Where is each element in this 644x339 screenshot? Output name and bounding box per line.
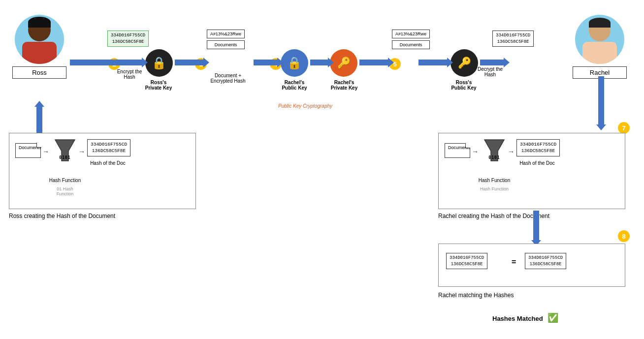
step-7-circle: 7 [618,122,630,134]
ross-private-key-icon: 🔒 [145,49,173,77]
rachel-hash-section: Documents → 0101 Hash Function → 334D016… [438,133,625,209]
rachel-doc-arrow: → [472,148,479,155]
ross-hash-result: 334D016F755CD 136DC58C5F8E [87,139,130,156]
doc-encrypted-hash-area: A#13%&23Rwe Documents [207,30,245,49]
ross-doc-box: Documents [15,143,41,158]
diagram: Ross 1 Documents → 0101 [0,0,644,339]
decrypt-hash-label: Decrypt the Hash [472,66,509,77]
rachel-name-label: Rachel [590,69,610,76]
rachel-hash-func-text: Hash Function [477,186,512,191]
rachel-private-key-label: Rachel's Private Key [322,80,366,91]
matching-section: 334D016F755CD 136DC58C5F8E = 334D016F755… [438,244,625,287]
ross-public-key-label: Ross's Public Key [443,80,484,91]
match-hash-2: 334D016F755CD 136DC58C5F8E [525,253,566,269]
arrow-doc-to-pubkey [254,60,278,65]
rachel-private-key-icon: 🔑 [330,49,357,77]
arrow-pubkey-to-privkey [310,60,329,65]
rachel-hash-of-doc-label: Hash of the Doc [515,160,559,166]
rachel-hash-func-label: Hash Function [477,178,512,183]
ross-funnel-arrow: → [78,148,85,155]
arrow-privkey-to-doc2 [359,60,389,65]
rachel-matching-label: Rachel matching the Hashes [438,292,514,299]
rachel-funnel-arrow: → [508,148,515,155]
arrow-doc2-to-rosspubkey [419,60,448,65]
svg-rect-1 [58,162,72,163]
hashes-matched-label: Hashes Matched ✅ [492,312,558,323]
rachel-hash-func-icon: 0101 [482,137,507,160]
decrypted-hash-result: 334D016F755CD 136DC58C5F8E [492,31,534,47]
ross-name-label: Ross [32,69,47,76]
rachel-doc-box: Documents [445,143,470,158]
rachel-avatar [575,15,624,64]
doc-encrypted-hash-label: Document + Encrypted Hash [206,73,250,84]
rachel-public-key-label: Rachel's Public Key [275,80,314,91]
rachel-down-arrow [598,76,604,125]
ross-hash-of-doc-label: Hash of the Doc [86,160,130,166]
ross-name-box: Ross [12,66,66,79]
ross-hash-section: Documents → 0101 Hash Function → [9,133,196,209]
rachel-public-key-icon: 🔒 [281,49,308,77]
ross-private-key-label: Ross's Private Key [139,80,178,91]
arrow-lock-to-doc [175,60,204,65]
match-hash-1: 334D016F755CD 136DC58C5F8E [446,253,487,269]
ross-encrypted-box: 334D016F755CD 136DC58C5F8E [107,31,149,47]
ross-creating-label: Ross creating the Hash of the Document [9,213,115,219]
ross-up-arrow [36,106,42,133]
check-icon: ✅ [547,313,558,323]
arrow-to-lock [70,60,143,65]
ross-hash-func-label: Hash Function [48,178,82,183]
arrow-rosspubkey-to-hash [480,60,505,65]
ross-avatar [15,15,64,64]
encrypt-hash-label: Encrypt the Hash [112,69,147,80]
ross-hash-func-icon: 0101 [53,137,77,160]
ross-doc-arrow: → [42,148,49,155]
equals-sign: = [512,258,516,267]
down-arrow-to-match [533,211,539,241]
public-key-crypto-label: Public Key Cryptography [278,103,332,109]
step-number-hash-label: 01 Hash Function [48,186,82,196]
doc-encrypted-hash-area-2: A#13%&23Rwe Documents [392,30,430,49]
step-8-circle: 8 [618,230,630,242]
rachel-hash-result: 334D016F755CD 136DC58C5F8E [516,139,560,156]
